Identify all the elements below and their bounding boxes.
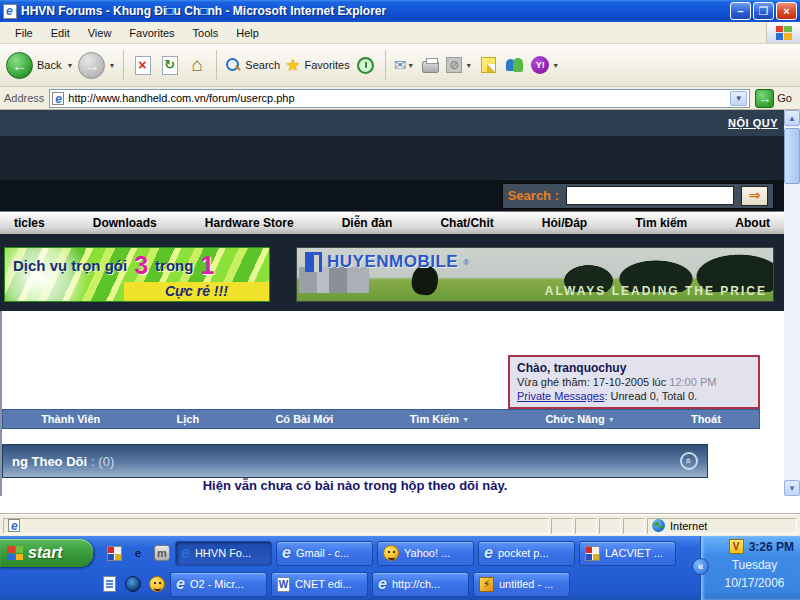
chevron-down-icon: ▼ [462, 416, 469, 423]
yahoo-messenger-quicklaunch-icon[interactable] [148, 575, 166, 593]
back-dropdown-icon[interactable]: ▼ [66, 62, 73, 69]
notes-button[interactable] [477, 54, 499, 76]
task-lacviet[interactable]: LACVIET ... [579, 541, 676, 566]
refresh-button[interactable] [159, 54, 181, 76]
home-button[interactable]: ⌂ [186, 54, 208, 76]
minimize-button[interactable]: – [730, 2, 751, 20]
mail-button[interactable]: ✉ ▼ [394, 56, 415, 74]
task-gmail[interactable]: e Gmail - c... [276, 541, 373, 566]
vertical-scroll-thumb[interactable] [784, 128, 800, 184]
site-nav-dien-dan[interactable]: Diễn đàn [342, 216, 393, 230]
menu-favorites[interactable]: Favorites [120, 24, 183, 42]
history-clock-icon [357, 57, 374, 74]
start-windows-flag-icon [7, 546, 23, 560]
forward-button[interactable]: → ▼ [78, 52, 115, 79]
windows-taskbar: start e m e HHVN Fo... e Gmail - c... Ya… [0, 536, 800, 600]
tray-v-icon[interactable]: V [729, 539, 744, 554]
lacviet-quicklaunch-icon[interactable] [105, 544, 123, 562]
site-nav-tim-kiem[interactable]: Tìm kiếm [635, 216, 687, 230]
huyenmobile-banner[interactable]: HUYENMOBILE ® ALWAYS LEADING THE PRICE [296, 247, 774, 302]
mail-dropdown-icon[interactable]: ▼ [407, 62, 414, 69]
yahoo-dropdown-icon[interactable]: ▼ [552, 62, 559, 69]
menu-edit[interactable]: Edit [42, 24, 79, 42]
huyenmobile-logo-icon [305, 252, 322, 272]
edit-disabled-icon: ⊘ [446, 57, 462, 73]
task-yahoo[interactable]: Yahoo! ... [377, 541, 474, 566]
address-dropdown-icon[interactable]: ▼ [730, 91, 747, 106]
site-search-row: Search : ⇒ [0, 180, 784, 211]
huyenmobile-logo: HUYENMOBILE ® [305, 252, 469, 272]
yahoo-toolbar-button[interactable]: Y! ▼ [531, 56, 559, 74]
forum-nav-chuc-nang[interactable]: Chức Năng▼ [545, 413, 614, 425]
go-button[interactable]: → Go [755, 89, 796, 108]
site-nav-hardware-store[interactable]: Hardware Store [205, 216, 294, 230]
collapse-section-button[interactable]: « [680, 452, 698, 470]
site-nav-downloads[interactable]: Downloads [93, 216, 157, 230]
banner-left-number-1: 1 [200, 254, 214, 276]
forward-dropdown-icon[interactable]: ▼ [108, 62, 115, 69]
search-icon [225, 57, 241, 73]
stop-button[interactable] [132, 54, 154, 76]
status-pane [599, 518, 621, 534]
edit-button[interactable]: ⊘ ▼ [446, 57, 472, 73]
forum-nav-thanh-vien[interactable]: Thành Viên [41, 413, 100, 425]
site-search-input[interactable] [566, 186, 734, 205]
messenger-button[interactable] [504, 54, 526, 76]
scroll-down-icon[interactable]: ▼ [784, 480, 800, 496]
tray-chevron-icon[interactable]: « [692, 558, 709, 575]
close-button[interactable]: × [776, 2, 797, 20]
noi-quy-link[interactable]: NỘI QUY [728, 117, 778, 129]
promo-banner-left[interactable]: Dịch vụ trọn gói 3 trong 1 Cực rẻ !!! [4, 247, 270, 302]
site-nav-chat-chit[interactable]: Chat/Chit [440, 216, 493, 230]
document-quicklaunch-icon[interactable] [100, 575, 118, 593]
player-quicklaunch-icon[interactable] [124, 575, 142, 593]
ie-icon: e [282, 544, 291, 562]
menu-view[interactable]: View [79, 24, 121, 42]
address-input[interactable]: http://www.handheld.com.vn/forum/usercp.… [49, 89, 750, 108]
vertical-scrollbar[interactable]: ▲ ▼ [784, 110, 800, 496]
task-o2[interactable]: e O2 - Micr... [170, 572, 267, 597]
status-pane [551, 518, 573, 534]
favorites-button[interactable]: ★ Favorites [285, 55, 350, 76]
ie-quicklaunch-icon[interactable]: e [129, 544, 147, 562]
media-quicklaunch-icon[interactable]: m [153, 544, 171, 562]
windows-flag-icon [776, 26, 792, 40]
forum-nav-co-bai-moi[interactable]: Có Bài Mới [275, 413, 333, 425]
private-messages-link[interactable]: Private Messages [517, 390, 604, 402]
history-button[interactable] [355, 54, 377, 76]
forum-nav-tim-kiem[interactable]: Tìm Kiếm▼ [410, 413, 469, 425]
menu-help[interactable]: Help [227, 24, 268, 42]
banner-left-promo: Cực rẻ !!! [124, 282, 269, 301]
quick-launch-row2 [100, 575, 166, 593]
task-cnet[interactable]: W CNET edi... [271, 572, 368, 597]
forum-nav-lich[interactable]: Lịch [177, 413, 200, 425]
site-search-submit-button[interactable]: ⇒ [741, 186, 768, 206]
site-nav-articles[interactable]: ticles [14, 216, 45, 230]
edit-dropdown-icon[interactable]: ▼ [465, 62, 472, 69]
lacviet-icon [585, 546, 600, 561]
scroll-up-icon[interactable]: ▲ [784, 110, 800, 126]
start-button[interactable]: start [0, 539, 93, 567]
clock-time[interactable]: 3:26 PM [749, 540, 794, 554]
task-http-ch[interactable]: e http://ch... [372, 572, 469, 597]
task-hhvn-forums[interactable]: e HHVN Fo... [175, 541, 272, 566]
forum-nav-thoat[interactable]: Thoát [691, 413, 721, 425]
task-untitled[interactable]: ⚡ untitled - ... [473, 572, 570, 597]
mail-icon: ✉ [394, 56, 407, 74]
menu-tools[interactable]: Tools [184, 24, 228, 42]
site-nav-hoi-dap[interactable]: Hỏi/Đáp [542, 216, 587, 230]
maximize-button[interactable]: ❐ [753, 2, 774, 20]
print-button[interactable] [419, 54, 441, 76]
status-bar: Internet [0, 514, 800, 536]
task-pocket-pc[interactable]: e pocket p... [478, 541, 575, 566]
address-url[interactable]: http://www.handheld.com.vn/forum/usercp.… [68, 92, 726, 104]
search-button[interactable]: Search [225, 57, 280, 73]
site-nav-about[interactable]: About [735, 216, 770, 230]
stop-icon [135, 56, 151, 75]
menu-file[interactable]: File [6, 24, 42, 42]
zone-label: Internet [670, 520, 707, 532]
back-button[interactable]: ← Back ▼ [6, 52, 73, 79]
user-welcome-box: Chào, tranquochuy Vừa ghé thăm: 17-10-20… [508, 355, 760, 409]
messenger-people-icon [505, 57, 525, 73]
title-bar: HHVN Forums - Khung Đi□u Ch□nh - Microso… [0, 0, 800, 22]
